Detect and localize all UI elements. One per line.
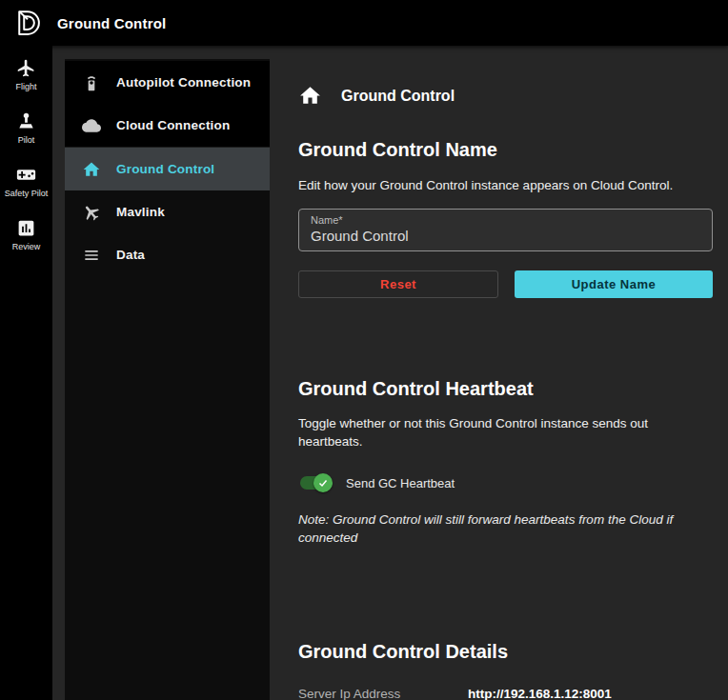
name-section-description: Edit how your Ground Control instance ap… <box>298 176 713 194</box>
sidebar-item-label: Autopilot Connection <box>116 75 251 90</box>
gamepad-icon <box>16 165 36 185</box>
toggle-thumb <box>313 473 333 492</box>
heartbeat-toggle-label: Send GC Heartbeat <box>346 476 455 490</box>
sidebar-item-label: Mavlink <box>116 205 165 219</box>
detail-label: Server Ip Address <box>298 687 468 700</box>
update-name-button[interactable]: Update Name <box>515 270 713 298</box>
sidebar-item-label: Cloud Connection <box>116 118 230 132</box>
page-title: Ground Control <box>341 88 455 105</box>
main-content: Ground Control Ground Control Name Edit … <box>270 46 728 700</box>
rail-item-safety-pilot[interactable]: Safety Pilot <box>0 165 52 198</box>
name-section-heading: Ground Control Name <box>298 139 713 161</box>
sidebar-item-mavlink[interactable]: Mavlink <box>65 190 270 233</box>
heartbeat-toggle-row: Send GC Heartbeat <box>298 473 713 492</box>
rail-item-flight[interactable]: Flight <box>0 58 52 91</box>
settings-sidebar: Autopilot Connection Cloud Connection Gr… <box>65 59 270 700</box>
sidebar-item-label: Data <box>116 248 145 262</box>
page-header: Ground Control <box>298 84 713 108</box>
rail-label: Pilot <box>18 135 35 145</box>
heartbeat-note: Note: Ground Control will still forward … <box>298 510 713 547</box>
joystick-icon <box>16 111 36 131</box>
detail-row-server-ip: Server Ip Address http://192.168.1.12:80… <box>298 687 713 700</box>
rail-item-review[interactable]: Review <box>0 218 52 251</box>
name-input[interactable]: Name* Ground Control <box>298 209 713 251</box>
home-icon <box>82 160 101 179</box>
sidebar-item-cloud-connection[interactable]: Cloud Connection <box>65 104 270 147</box>
heartbeat-section-description: Toggle whether or not this Ground Contro… <box>298 414 713 450</box>
rail-label: Review <box>12 242 41 251</box>
app-window: Ground Control Flight Pilot <box>0 0 728 700</box>
top-app-bar: Ground Control <box>0 0 728 46</box>
sidebar-item-data[interactable]: Data <box>65 233 270 276</box>
list-icon <box>82 246 101 265</box>
name-input-label: Name* <box>311 214 700 226</box>
name-actions: Reset Update Name <box>298 270 713 298</box>
heartbeat-toggle[interactable] <box>298 473 333 492</box>
tilted-plane-icon <box>82 203 101 222</box>
remote-icon <box>82 73 101 92</box>
details-section-heading: Ground Control Details <box>298 641 713 663</box>
sidebar-item-ground-control[interactable]: Ground Control <box>65 148 270 190</box>
bar-chart-icon <box>16 218 36 238</box>
connection-menu-group: Autopilot Connection Cloud Connection <box>65 61 270 148</box>
rail-item-pilot[interactable]: Pilot <box>0 111 52 145</box>
left-nav-rail: Flight Pilot Safety Pilot Review <box>0 46 52 700</box>
app-logo-icon <box>13 9 42 37</box>
sidebar-item-autopilot-connection[interactable]: Autopilot Connection <box>65 61 270 104</box>
detail-value: http://192.168.1.12:8001 <box>468 687 713 700</box>
rail-label: Safety Pilot <box>5 189 49 198</box>
app-title: Ground Control <box>57 15 166 31</box>
heartbeat-section-heading: Ground Control Heartbeat <box>298 378 713 400</box>
check-icon <box>317 477 329 489</box>
name-input-value: Ground Control <box>311 228 700 244</box>
sidebar-item-label: Ground Control <box>116 162 214 176</box>
airplane-icon <box>16 58 36 78</box>
home-icon <box>298 84 322 108</box>
rail-label: Flight <box>15 82 36 91</box>
cloud-icon <box>82 116 101 135</box>
reset-button[interactable]: Reset <box>298 270 498 298</box>
